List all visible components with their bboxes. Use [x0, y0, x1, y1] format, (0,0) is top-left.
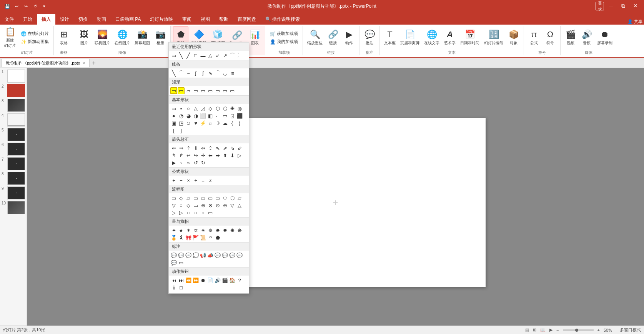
fc-extract[interactable]: ▽: [229, 202, 236, 209]
get-addons-button[interactable]: 🛒获取加载项: [268, 30, 300, 38]
action-home[interactable]: 🏠: [229, 277, 236, 284]
view-reading[interactable]: 📖: [540, 327, 546, 332]
zoom-in[interactable]: +: [597, 328, 600, 332]
undo-button[interactable]: ↩: [12, 2, 21, 10]
banner-up-ribbon[interactable]: 🏅: [170, 234, 177, 241]
line-curve2[interactable]: ∫: [200, 70, 206, 76]
bs-lightning[interactable]: ⚡: [200, 120, 206, 126]
fc-terminator[interactable]: ⬭: [221, 194, 228, 201]
view-slideshow[interactable]: ▶: [549, 327, 552, 332]
arrow-up[interactable]: ⇑: [185, 145, 192, 151]
formula-button[interactable]: π 公式: [526, 26, 542, 49]
callout-bent3[interactable]: 💬: [229, 252, 236, 259]
arrow-bent-r[interactable]: ↱: [178, 152, 185, 159]
slide-thumb-2[interactable]: 2: [2, 84, 25, 97]
bs-bevel[interactable]: ▣: [170, 120, 177, 126]
star-12[interactable]: ✸: [214, 227, 221, 234]
star-5[interactable]: ★: [178, 227, 185, 234]
action-help[interactable]: ?: [236, 277, 243, 284]
arrow-strip-l[interactable]: ⬅: [207, 152, 214, 159]
arrow-strip-u[interactable]: ⬆: [221, 152, 228, 159]
banner-pentagon[interactable]: ⬟: [214, 234, 221, 241]
callout-cloud[interactable]: 💭: [192, 252, 199, 259]
line-angle1[interactable]: ⌒: [178, 70, 185, 76]
view-normal[interactable]: ▤: [525, 327, 529, 332]
rect-rounded[interactable]: ▭: [178, 87, 185, 94]
shape-line2[interactable]: ╱: [185, 52, 192, 59]
chart-button[interactable]: 📊 图表: [247, 26, 263, 49]
online-image-button[interactable]: 🌐 在线图片: [113, 26, 132, 49]
star-4[interactable]: ✦: [170, 227, 177, 234]
line-zigzag[interactable]: ≋: [229, 70, 236, 76]
tab-slideshow[interactable]: 幻灯片放映: [145, 14, 178, 25]
new-slide-button[interactable]: 📋 新建幻灯片: [2, 26, 18, 49]
callout-rounded[interactable]: 💬: [178, 252, 185, 259]
link-button[interactable]: 🔗 链接: [325, 26, 341, 49]
slide-thumb-5[interactable]: 5 ▪: [2, 128, 25, 141]
close-button[interactable]: ✕: [630, 2, 641, 10]
shape-line1[interactable]: ╲: [178, 52, 185, 59]
rect-snip6[interactable]: ▭: [221, 87, 228, 94]
bs-rtriangle[interactable]: ◿: [200, 105, 206, 112]
callout-accent2[interactable]: 💬: [170, 259, 177, 266]
rect-snip4[interactable]: ▭: [207, 87, 214, 94]
star-6[interactable]: ✶: [185, 227, 192, 234]
tab-insert[interactable]: 插入: [37, 14, 55, 25]
bs-smiley[interactable]: ☺: [185, 120, 192, 126]
shape-brace[interactable]: 〕: [236, 52, 243, 59]
more-button[interactable]: ▾: [40, 2, 48, 10]
formula-minus[interactable]: −: [178, 177, 185, 184]
zoom-button[interactable]: 🔍 缩放定位: [305, 26, 324, 49]
star-8[interactable]: ✴: [200, 227, 206, 234]
bs-corner[interactable]: ⌐: [214, 112, 221, 119]
symbol-button[interactable]: Ω 符号: [542, 26, 558, 49]
add-content-icon[interactable]: +: [333, 197, 338, 208]
formula-plus[interactable]: +: [170, 177, 177, 184]
textbox-button[interactable]: T 文本框: [382, 26, 398, 49]
wordart-button[interactable]: A 艺术字: [442, 26, 458, 49]
star-16[interactable]: ✹: [221, 227, 228, 234]
header-footer-button[interactable]: 📄 页眉和页脚: [398, 26, 421, 49]
fc-tape[interactable]: ⊕: [200, 202, 206, 209]
bs-rbrace[interactable]: }: [236, 120, 243, 126]
tab-search[interactable]: 🔍操作说明搜索: [261, 14, 305, 25]
picture-button[interactable]: 🖼 图片: [77, 26, 92, 49]
bs-hex[interactable]: ⬡: [214, 105, 221, 112]
arrow-notched2[interactable]: ▶: [170, 159, 177, 166]
callout-bent[interactable]: 💬: [214, 252, 221, 259]
slide-preview-4[interactable]: [7, 113, 25, 126]
tab-design[interactable]: 设计: [55, 14, 74, 25]
fc-storeddata[interactable]: ▷: [170, 209, 177, 216]
zoom-out[interactable]: −: [556, 328, 559, 332]
bs-frame[interactable]: ⬜: [200, 112, 206, 119]
fc-merge[interactable]: △: [236, 202, 243, 209]
action-document[interactable]: 📄: [207, 277, 214, 284]
arrow-bent-l[interactable]: ↰: [170, 152, 177, 159]
online-slide-button[interactable]: 🌐在线幻灯片: [18, 30, 51, 38]
bs-cloud[interactable]: ☁: [221, 120, 228, 126]
callout-line2[interactable]: 📣: [207, 252, 214, 259]
bs-chord[interactable]: ◑: [192, 112, 199, 119]
shape-arrow-up-right[interactable]: ↗: [221, 52, 228, 59]
banner-scroll[interactable]: 📜: [200, 234, 206, 241]
bs-can[interactable]: ⌺: [229, 112, 236, 119]
callout-line1[interactable]: 📢: [200, 252, 206, 259]
fc-display[interactable]: ▭: [207, 209, 214, 216]
bs-heart[interactable]: ♥: [192, 120, 199, 126]
slide-preview-10[interactable]: [7, 201, 25, 214]
fc-manual-op[interactable]: ▽: [170, 202, 177, 209]
arrow-curved[interactable]: ↪: [192, 152, 199, 159]
shape-arc[interactable]: ⌒: [229, 52, 236, 59]
arrow-ur[interactable]: ⇗: [221, 145, 228, 151]
banner-curved[interactable]: 🎀: [185, 234, 192, 241]
star-24[interactable]: ✺: [229, 227, 236, 234]
slide-thumb-9[interactable]: 9 ▪: [2, 186, 25, 199]
arrow-chevron2[interactable]: »: [185, 159, 192, 166]
banner-wave[interactable]: 🚩: [192, 234, 199, 241]
slide-preview-8[interactable]: ▪: [7, 172, 25, 185]
shape-triangle[interactable]: △: [207, 52, 214, 59]
datetime-button[interactable]: 📅 日期和时间: [458, 26, 481, 49]
new-animation-button[interactable]: ✨新加动画集: [18, 38, 51, 46]
line-scribble[interactable]: ∿: [207, 70, 214, 76]
slide-thumb-6[interactable]: 6 ▪: [2, 143, 25, 156]
